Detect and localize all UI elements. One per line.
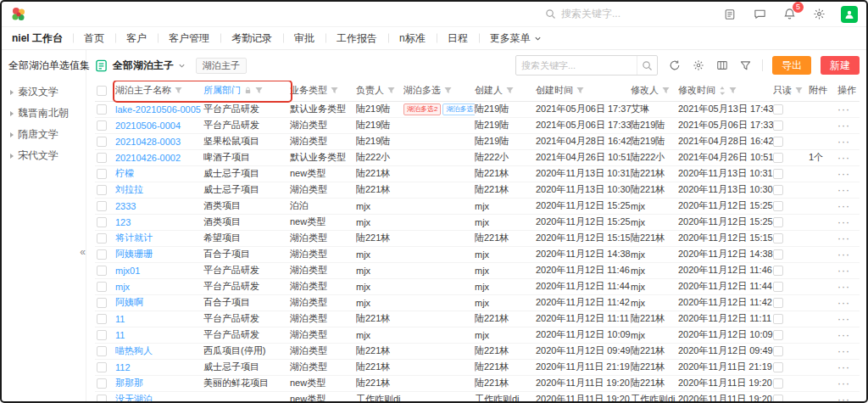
row-checkbox[interactable] bbox=[97, 233, 107, 243]
row-actions-button[interactable]: ··· bbox=[837, 249, 850, 260]
row-actions-button[interactable]: ··· bbox=[837, 152, 850, 164]
row-checkbox[interactable] bbox=[97, 266, 107, 276]
row-checkbox[interactable] bbox=[97, 378, 107, 389]
row-checkbox[interactable] bbox=[97, 395, 107, 401]
nav-item-1[interactable]: 客户 bbox=[115, 31, 158, 46]
row-checkbox[interactable] bbox=[97, 282, 107, 292]
nav-item-5[interactable]: 工作报告 bbox=[326, 31, 388, 46]
record-link[interactable]: lake-20210506-0005 bbox=[115, 104, 201, 115]
column-header-dept[interactable]: 所属部门 bbox=[203, 81, 290, 101]
record-link[interactable]: 阿姨珊珊 bbox=[115, 249, 153, 259]
nav-item-3[interactable]: 考勤记录 bbox=[220, 31, 283, 46]
column-header-mtime[interactable]: 修改时间 bbox=[678, 81, 773, 101]
readonly-checkbox[interactable] bbox=[773, 378, 783, 389]
row-actions-button[interactable]: ··· bbox=[837, 345, 850, 357]
column-header-creator[interactable]: 创建人 bbox=[475, 81, 536, 101]
filter-icon[interactable] bbox=[795, 87, 803, 94]
row-checkbox[interactable] bbox=[97, 153, 107, 163]
row-actions-button[interactable]: ··· bbox=[837, 168, 850, 180]
record-link[interactable]: 那那那 bbox=[115, 378, 143, 388]
nav-item-2[interactable]: 客户管理 bbox=[158, 31, 220, 46]
sidebar-tree-item-3[interactable]: 宋代文学 bbox=[8, 145, 81, 166]
readonly-checkbox[interactable] bbox=[773, 169, 783, 179]
chevron-down-icon[interactable] bbox=[178, 62, 186, 70]
readonly-checkbox[interactable] bbox=[773, 362, 783, 372]
readonly-checkbox[interactable] bbox=[773, 217, 783, 227]
view-title[interactable]: 全部湖泊主子 bbox=[113, 59, 174, 73]
readonly-checkbox[interactable] bbox=[773, 266, 783, 276]
row-checkbox[interactable] bbox=[97, 104, 107, 115]
column-header-modifier[interactable]: 修改人 bbox=[631, 81, 678, 101]
row-actions-button[interactable]: ··· bbox=[837, 297, 850, 309]
readonly-checkbox[interactable] bbox=[773, 185, 783, 195]
gear-icon[interactable] bbox=[691, 59, 705, 73]
record-link[interactable]: 2333 bbox=[115, 201, 136, 211]
record-link[interactable]: 柠檬 bbox=[115, 168, 134, 178]
export-button[interactable]: 导出 bbox=[772, 56, 811, 75]
sidebar-collapse-button[interactable]: « bbox=[80, 247, 86, 257]
record-link[interactable]: 112 bbox=[115, 362, 131, 372]
sort-icon[interactable] bbox=[719, 87, 726, 95]
record-link[interactable]: mjx bbox=[115, 282, 130, 292]
record-link[interactable]: 喵热狗人 bbox=[115, 345, 153, 355]
record-link[interactable]: mjx01 bbox=[115, 266, 140, 276]
column-header-owner[interactable]: 负责人 bbox=[356, 81, 403, 101]
workspace-title[interactable]: niel 工作台 bbox=[12, 31, 73, 46]
readonly-checkbox[interactable] bbox=[773, 395, 783, 401]
nav-item-6[interactable]: n标准 bbox=[388, 31, 437, 46]
row-actions-button[interactable]: ··· bbox=[837, 184, 850, 196]
row-actions-button[interactable]: ··· bbox=[837, 361, 850, 373]
row-actions-button[interactable]: ··· bbox=[837, 281, 850, 293]
readonly-checkbox[interactable] bbox=[773, 330, 783, 340]
filter-icon[interactable] bbox=[662, 87, 670, 94]
readonly-checkbox[interactable] bbox=[773, 282, 783, 292]
record-link[interactable]: 11 bbox=[115, 314, 125, 324]
sidebar-tree-item-1[interactable]: 魏晋南北朝 bbox=[8, 103, 81, 124]
row-checkbox[interactable] bbox=[97, 330, 107, 340]
global-search[interactable]: 搜索关键字... bbox=[545, 7, 620, 21]
sidebar-title[interactable]: 全部湖泊单选值集 bbox=[8, 59, 81, 73]
record-link[interactable]: 20210428-0003 bbox=[115, 137, 181, 147]
filter-icon[interactable] bbox=[175, 87, 182, 94]
create-button[interactable]: 新建 bbox=[821, 56, 860, 75]
filter-icon[interactable] bbox=[255, 87, 263, 94]
readonly-checkbox[interactable] bbox=[773, 137, 783, 147]
readonly-checkbox[interactable] bbox=[773, 120, 783, 131]
row-checkbox[interactable] bbox=[97, 185, 107, 195]
chat-icon[interactable] bbox=[752, 7, 767, 22]
table-search-input[interactable] bbox=[516, 60, 637, 70]
row-actions-button[interactable]: ··· bbox=[837, 200, 850, 212]
row-actions-button[interactable]: ··· bbox=[837, 232, 850, 244]
readonly-checkbox[interactable] bbox=[773, 201, 783, 211]
row-checkbox[interactable] bbox=[97, 298, 107, 308]
column-header-ops[interactable]: 操作 bbox=[837, 81, 860, 101]
nav-item-4[interactable]: 审批 bbox=[283, 31, 326, 46]
row-actions-button[interactable]: ··· bbox=[837, 313, 850, 325]
readonly-checkbox[interactable] bbox=[773, 104, 783, 115]
record-link[interactable]: 阿姨啊 bbox=[115, 297, 143, 307]
record-link[interactable]: 刘拉拉 bbox=[115, 184, 143, 194]
row-actions-button[interactable]: ··· bbox=[837, 216, 850, 228]
filter-icon[interactable] bbox=[444, 87, 452, 94]
record-link[interactable]: 11 bbox=[115, 330, 125, 340]
filter-icon[interactable] bbox=[331, 87, 338, 94]
row-checkbox[interactable] bbox=[97, 201, 107, 211]
row-checkbox[interactable] bbox=[97, 362, 107, 372]
gear-icon[interactable] bbox=[811, 7, 826, 22]
memo-icon[interactable] bbox=[722, 7, 737, 22]
readonly-checkbox[interactable] bbox=[773, 153, 783, 163]
filter-icon[interactable] bbox=[729, 87, 737, 94]
filter-icon[interactable] bbox=[738, 59, 753, 73]
readonly-checkbox[interactable] bbox=[773, 314, 783, 324]
row-checkbox[interactable] bbox=[97, 169, 107, 179]
row-checkbox[interactable] bbox=[97, 217, 107, 227]
avatar[interactable] bbox=[841, 6, 858, 23]
readonly-checkbox[interactable] bbox=[773, 346, 783, 356]
columns-icon[interactable] bbox=[715, 59, 729, 73]
record-link[interactable]: 20210506-0004 bbox=[115, 120, 181, 131]
row-checkbox[interactable] bbox=[97, 137, 107, 147]
row-actions-button[interactable]: ··· bbox=[837, 136, 850, 148]
nav-more-menu[interactable]: 更多菜单 bbox=[479, 31, 553, 46]
row-checkbox[interactable] bbox=[97, 120, 107, 131]
record-link[interactable]: 123 bbox=[115, 217, 131, 227]
